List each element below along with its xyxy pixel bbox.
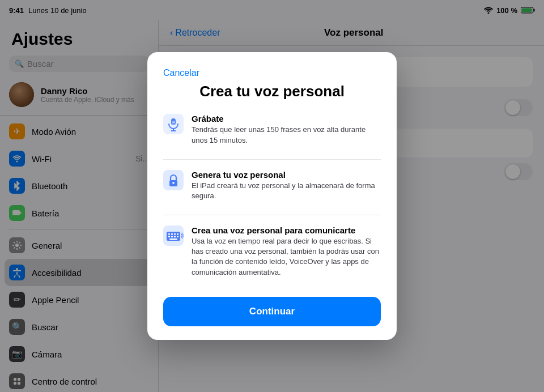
keyboard-icon bbox=[163, 225, 184, 246]
svg-rect-26 bbox=[171, 233, 173, 235]
feature-comunicarte: Crea una voz personal para comunicarte U… bbox=[163, 225, 381, 278]
feature-grabate: Grábate Tendrás que leer unas 150 frases… bbox=[163, 114, 381, 145]
svg-rect-33 bbox=[169, 238, 177, 240]
modal-divider-1 bbox=[163, 159, 381, 160]
svg-rect-32 bbox=[177, 236, 178, 238]
cancel-button[interactable]: Cancelar bbox=[163, 68, 381, 78]
feature-genera: Genera tu voz personal El iPad creará tu… bbox=[163, 170, 381, 201]
feature-1-desc: Tendrás que leer unas 150 frases en voz … bbox=[192, 125, 381, 145]
svg-rect-30 bbox=[171, 236, 173, 238]
modal-divider-2 bbox=[163, 215, 381, 215]
modal-overlay: Cancelar Crea tu voz personal Grá bbox=[0, 0, 544, 392]
continue-button[interactable]: Continuar bbox=[163, 297, 381, 326]
feature-2-title: Genera tu voz personal bbox=[192, 170, 381, 180]
svg-point-22 bbox=[172, 182, 175, 184]
modal-dialog: Cancelar Crea tu voz personal Grá bbox=[147, 52, 397, 340]
svg-rect-25 bbox=[168, 233, 170, 235]
feature-3-title: Crea una voz personal para comunicarte bbox=[192, 225, 381, 235]
svg-rect-29 bbox=[168, 236, 170, 238]
modal-title: Crea tu voz personal bbox=[163, 83, 381, 100]
svg-rect-28 bbox=[177, 233, 178, 235]
feature-1-title: Grábate bbox=[192, 114, 381, 123]
svg-rect-31 bbox=[174, 236, 176, 238]
lock-icon bbox=[163, 170, 184, 190]
mic-icon bbox=[163, 114, 184, 134]
svg-rect-27 bbox=[174, 233, 176, 235]
feature-2-desc: El iPad creará tu voz personal y la alma… bbox=[192, 181, 381, 201]
feature-3-desc: Usa la voz en tiempo real para decir lo … bbox=[192, 236, 381, 278]
